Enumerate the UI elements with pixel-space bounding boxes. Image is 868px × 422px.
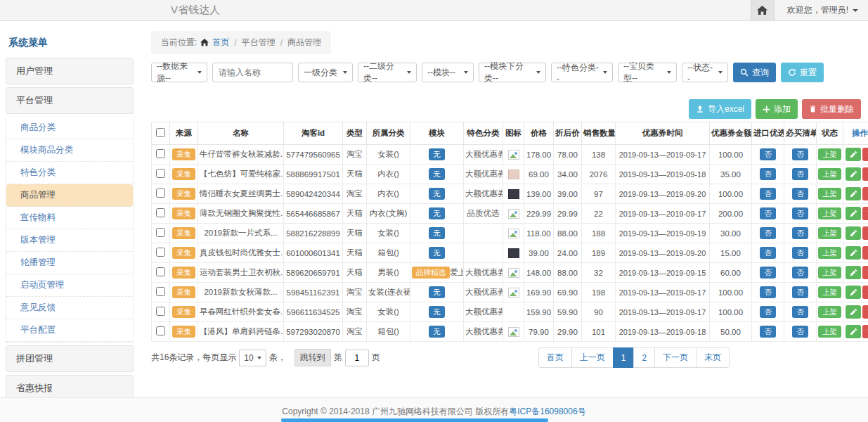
module-sub-category-value: --模块下分类-- — [484, 60, 532, 84]
column-header-名称: 名称 — [198, 122, 284, 145]
status-cell: 上架 — [817, 243, 843, 263]
edit-button[interactable] — [846, 246, 861, 260]
edit-button[interactable] — [846, 148, 861, 161]
level2-category-select[interactable]: --二级分类-- — [358, 63, 417, 82]
must-buy-badge: 否 — [792, 188, 808, 200]
coupon-amount-cell: 30.00 — [710, 224, 752, 243]
sidebar-title: 系统菜单 — [6, 31, 134, 58]
row-checkbox[interactable] — [156, 267, 165, 276]
delete-button[interactable] — [862, 226, 868, 240]
delete-button[interactable] — [862, 148, 868, 161]
page-number-input[interactable] — [345, 350, 369, 366]
price-cell: 169.90 — [524, 283, 554, 302]
sidebar-item-拼团管理[interactable]: 拼团管理 — [6, 345, 134, 372]
edit-button[interactable] — [846, 266, 861, 279]
taoke-id-cell: 601000601341 — [284, 243, 343, 263]
delete-button[interactable] — [862, 325, 868, 338]
page-button-上一页[interactable]: 上一页 — [571, 347, 614, 368]
row-select-cell — [152, 243, 170, 263]
icp-link[interactable]: 粤ICP备16098006号 — [509, 407, 585, 416]
row-checkbox[interactable] — [156, 208, 165, 217]
jump-to-button[interactable]: 跳转到 — [294, 349, 331, 366]
sidebar-item-特色分类[interactable]: 特色分类 — [6, 162, 133, 184]
source-badge: 采集 — [172, 247, 195, 259]
import-pick-cell: 否 — [752, 283, 784, 302]
page-button-下一页[interactable]: 下一页 — [654, 347, 697, 368]
sidebar-item-用户管理[interactable]: 用户管理 — [6, 58, 134, 84]
sidebar-item-平台管理[interactable]: 平台管理 — [6, 87, 134, 114]
data-source-select[interactable]: --数据来源-- — [151, 63, 207, 82]
row-select-cell — [152, 263, 170, 283]
page-button-首页[interactable]: 首页 — [538, 347, 572, 368]
records-summary: 共16条记录，每页显示 — [151, 352, 236, 364]
module-sub-category-select[interactable]: --模块下分类-- — [479, 63, 546, 82]
edit-button[interactable] — [846, 286, 861, 299]
table-row: 采集早春网红针织外套女春...596611634525淘宝女装()无大额优惠券1… — [152, 302, 868, 322]
page-button-2[interactable]: 2 — [633, 347, 655, 368]
edit-button[interactable] — [846, 167, 861, 181]
source-cell: 采集 — [170, 184, 198, 204]
edit-button[interactable] — [846, 187, 861, 200]
edit-button[interactable] — [846, 325, 861, 338]
delete-button[interactable] — [862, 187, 868, 200]
feature-category-select[interactable]: --特色分类-- — [551, 63, 613, 82]
user-menu[interactable]: 欢迎您，管理员! — [775, 4, 868, 16]
feature-cell: 品质优选 — [464, 204, 503, 224]
delete-button[interactable] — [862, 305, 868, 319]
sidebar-item-版本管理[interactable]: 版本管理 — [6, 229, 133, 252]
status-cell: 上架 — [817, 224, 843, 243]
sidebar-item-意见反馈[interactable]: 意见反馈 — [6, 297, 133, 319]
item-type-select[interactable]: --宝贝类型-- — [618, 63, 677, 82]
category-cell: 女装() — [367, 224, 410, 243]
page-button-末页[interactable]: 末页 — [696, 347, 730, 368]
row-checkbox[interactable] — [156, 326, 165, 335]
level1-category-select[interactable]: 一级分类 — [298, 63, 353, 82]
sidebar-item-宣传物料[interactable]: 宣传物料 — [6, 207, 133, 229]
home-button[interactable] — [751, 0, 775, 20]
reset-button[interactable]: 重置 — [781, 63, 824, 82]
delete-button[interactable] — [862, 246, 868, 260]
row-checkbox[interactable] — [156, 287, 165, 296]
horizontal-scrollbar-thumb[interactable] — [281, 418, 548, 422]
name-search-input[interactable] — [212, 63, 293, 82]
per-page-select[interactable]: 10 — [239, 350, 266, 366]
row-checkbox[interactable] — [156, 248, 165, 257]
edit-button[interactable] — [846, 226, 861, 240]
module-select[interactable]: --模块-- — [422, 63, 474, 82]
import-excel-button[interactable]: 导入excel — [689, 99, 751, 119]
select-all-checkbox[interactable] — [156, 128, 165, 137]
module-badge: 无 — [429, 306, 445, 318]
page-button-1[interactable]: 1 — [613, 347, 635, 368]
import-pick-badge: 否 — [760, 267, 776, 279]
sidebar-item-轮播管理[interactable]: 轮播管理 — [6, 252, 133, 274]
delete-button[interactable] — [862, 266, 868, 279]
table-row: 采集运动套装男士卫衣初秋...589620659791天猫男装()品牌精选爱上运… — [152, 263, 868, 283]
edit-button[interactable] — [846, 305, 861, 319]
row-checkbox[interactable] — [156, 307, 165, 316]
sidebar-item-启动页管理[interactable]: 启动页管理 — [6, 274, 133, 297]
import-pick-badge: 否 — [760, 207, 776, 219]
edit-button[interactable] — [846, 207, 861, 220]
row-checkbox[interactable] — [156, 149, 165, 158]
delete-button[interactable] — [862, 167, 868, 181]
batch-delete-button[interactable]: 批量删除 — [802, 99, 861, 119]
sidebar-item-商品管理[interactable]: 商品管理 — [6, 184, 133, 207]
add-button[interactable]: 添加 — [756, 99, 798, 119]
module-value: --模块-- — [427, 67, 455, 79]
sidebar-item-商品分类[interactable]: 商品分类 — [6, 117, 133, 139]
product-thumbnail-icon — [508, 229, 519, 238]
module-badge: 无 — [429, 188, 445, 200]
delete-button[interactable] — [862, 207, 868, 220]
data-source-value: --数据来源-- — [157, 60, 193, 84]
row-checkbox[interactable] — [156, 188, 165, 198]
sidebar-item-平台配置[interactable]: 平台配置 — [6, 319, 133, 342]
search-button[interactable]: 查询 — [733, 63, 776, 82]
delete-button[interactable] — [862, 286, 868, 299]
row-checkbox[interactable] — [156, 228, 165, 237]
status-select[interactable]: --状态-- — [682, 63, 728, 82]
breadcrumb-home-link[interactable]: 首页 — [212, 37, 229, 49]
sidebar-item-模块商品分类[interactable]: 模块商品分类 — [6, 139, 133, 162]
price-cell: 178.00 — [524, 145, 554, 165]
sales-cell: 32 — [582, 263, 616, 283]
row-checkbox[interactable] — [156, 169, 165, 178]
